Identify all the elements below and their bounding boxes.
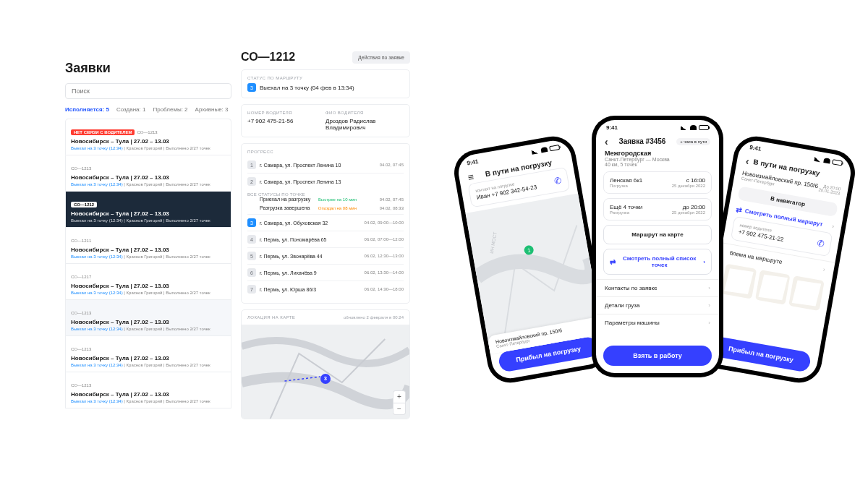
order-id: СО—1213 [71,383,91,388]
p2-map-button[interactable]: Маршрут на карте [603,225,712,244]
zoom-out-button[interactable]: − [393,403,405,414]
point-number: 4 [247,235,256,244]
status-text: Выехал на 3 точку (04 фев в 13:34) [260,85,354,91]
point-text: г. Пермь, ул. Лихачёва 9 [260,270,357,275]
order-card[interactable]: СО—1213Новосибирск – Тула | 27.02 – 13.0… [65,372,231,408]
driver-name-label: фио водителя [326,111,404,115]
progress-row[interactable]: 1г. Самара, ул. Проспект Ленина 1004.02,… [247,157,404,173]
point-text: Разгрузка завершена [260,205,315,210]
driver-phone-label: номер водителя [247,111,326,115]
page-title: Заявки [65,61,231,76]
order-status: Выехал на 3 точку (12:34) [71,291,123,295]
filter-tab[interactable]: Архивные: 3 [195,106,229,113]
p3-until: До 20:00 20.01.2023 [818,183,841,197]
p2-cta[interactable]: Взять в работу [603,346,712,366]
chevron-right-icon: › [832,223,835,229]
detail-title: СО—1212 [241,51,295,64]
point-date: 04.02, 09:00—10:00 [360,221,404,225]
point-date: 04.02, 07:45 [360,197,404,202]
driver-phone: +7 902 475-21-56 [247,118,326,124]
filter-tab[interactable]: Проблемы: 2 [153,106,187,113]
statusbar-icons [681,125,709,130]
map-canvas[interactable]: 3 + − [242,325,409,419]
order-status: Выехал на 3 точку (12:34) [71,146,123,150]
order-route: Новосибирск – Тула | 27.02 – 13.03 [71,210,226,217]
document-photo[interactable] [755,270,791,305]
order-card[interactable]: СО—1213Новосибирск – Тула | 27.02 – 13.0… [65,336,231,372]
order-status: Выехал на 3 точку (12:34) [71,363,123,367]
chevron-right-icon: › [703,259,705,265]
document-photo[interactable] [789,275,825,311]
filter-tab[interactable]: Исполняется: 5 [65,106,109,113]
svg-text:ИН МОСТ: ИН МОСТ [489,231,498,254]
order-list: НЕТ СВЯЗИ С ВОДИТЕЛЕМСО—1213Новосибирск … [65,119,231,408]
chevron-right-icon: › [822,266,825,273]
p2-menu-item[interactable]: Детали груза› [596,296,719,314]
point-text: г. Пермь, ул. Юрша 86/3 [260,287,357,292]
order-card[interactable]: СО—1213Новосибирск – Тула | 27.02 – 13.0… [65,300,231,336]
order-card[interactable]: СО—1212Новосибирск – Тула | 27.02 – 13.0… [65,192,231,228]
p2-route-sub: Санкт-Петербург — Москва 40 км, 5 точек [605,157,710,167]
point-date: 06.02, 13:30—14:00 [360,270,404,275]
progress-row[interactable]: 7г. Пермь, ул. Юрша 86/306.02, 14:30—18:… [247,281,404,297]
order-status: Выехал на 3 точку (12:34) [71,327,123,331]
point-number: 6 [247,268,256,277]
statusbar-time: 9:41 [749,144,762,153]
point-number: 5 [247,252,256,260]
point-number: 1 [247,160,256,169]
p2-full-list-button[interactable]: Смотреть полный список точек › [603,249,712,275]
order-route: Новосибирск – Тула | 27.02 – 13.03 [71,138,226,145]
order-card[interactable]: СО—1217Новосибирск – Тула | 27.02 – 13.0… [65,264,231,300]
order-id: СО—1217 [71,275,91,279]
p2-pt1-date: 25 декабря 2022 [672,184,705,188]
point-text: г. Самара, ул. Проспект Ленина 13 [260,179,357,184]
alert-badge: НЕТ СВЯЗИ С ВОДИТЕЛЕМ [71,129,135,135]
p2-menu-item[interactable]: Контакты по заявке› [596,279,719,296]
p2-menu-item[interactable]: Параметры машины› [596,314,719,331]
point-date: 04.02, 08:33 [360,206,404,210]
map-updated: обновлено 2 февраля в 00:24 [344,315,404,320]
phone-icon[interactable]: ✆ [553,175,562,187]
status-chip: 3 [247,83,256,92]
filter-tab[interactable]: Создана: 1 [116,106,146,113]
order-route: Новосибирск – Тула | 27.02 – 13.03 [71,174,226,181]
map-zoom: + − [393,391,405,414]
p2-pt2-date: 25 декабря 2022 [672,210,705,215]
menu-icon[interactable]: ≡ [468,176,474,177]
search-input[interactable] [65,83,231,99]
map-label: локация на карте [247,315,295,320]
progress-row[interactable]: Разгрузка завершенаОпоздал на 08 мин04.0… [247,205,404,214]
actions-button[interactable]: Действия по заявке [352,51,410,64]
route-status-block: статус по маршруту 3 Выехал на 3 точку (… [241,69,410,98]
order-route: Новосибирск – Тула | 27.02 – 13.03 [71,391,226,398]
order-card[interactable]: НЕТ СВЯЗИ С ВОДИТЕЛЕМСО—1213Новосибирск … [65,119,231,155]
p1-map[interactable]: ИН МОСТ 1 Новоизмайловский пр. 150/6 Сан… [465,193,603,354]
document-photo[interactable] [721,264,757,299]
phone-icon[interactable]: ✆ [817,238,825,249]
order-card[interactable]: СО—1211Новосибирск – Тула | 27.02 – 13.0… [65,228,231,264]
progress-row[interactable]: 2г. Самара, ул. Проспект Ленина 13 [247,173,404,189]
progress-row[interactable]: 3г. Самара, ул. Обуховская 3204.02, 09:0… [247,214,404,231]
progress-row[interactable]: Приехал на разгрузкуБыстрее на 10 мин04.… [247,197,404,205]
order-id: СО—1213 [71,347,91,351]
point-date: 06.02, 14:30—18:00 [360,287,404,291]
order-route: Новосибирск – Тула | 27.02 – 13.03 [71,247,226,253]
order-route: Новосибирск – Тула | 27.02 – 13.03 [71,319,226,325]
p2-pt1-time: с 16:00 [686,177,705,184]
p2-point-1: Ленская 6к1 с 16:00 Погрузка 25 декабря … [603,171,712,194]
progress-row[interactable]: 4г. Пермь, ул. Пономарёва 6506.02, 07:00… [247,231,404,247]
order-route: Новосибирск – Тула | 27.02 – 13.03 [71,283,226,289]
map-block: локация на карте обновлено 2 февраля в 0… [241,309,410,419]
order-id: СО—1211 [71,239,91,243]
phone-left: 9:41 ≡ В пути на погрузку контакт на пог… [451,133,613,387]
phone-center: 9:41 ‹ Заявка #3456 + часа в пути Межгор… [592,116,723,377]
progress-row[interactable]: 6г. Пермь, ул. Лихачёва 906.02, 13:30—14… [247,264,404,281]
order-card[interactable]: СО—1213Новосибирск – Тула | 27.02 – 13.0… [65,155,231,192]
progress-row[interactable]: 5г. Пермь, ул. Звонарёва 4406.02, 12:30—… [247,247,404,264]
back-icon[interactable]: ‹ [746,160,749,161]
p3-cta[interactable]: Прибыл на погрузку [710,335,812,373]
zoom-in-button[interactable]: + [393,391,405,403]
point-date: 06.02, 07:00—12:00 [360,237,404,241]
order-status: Выехал на 3 точку (12:34) [71,218,123,223]
filter-tabs: Исполняется: 5Создана: 1Проблемы: 2Архив… [65,106,231,113]
